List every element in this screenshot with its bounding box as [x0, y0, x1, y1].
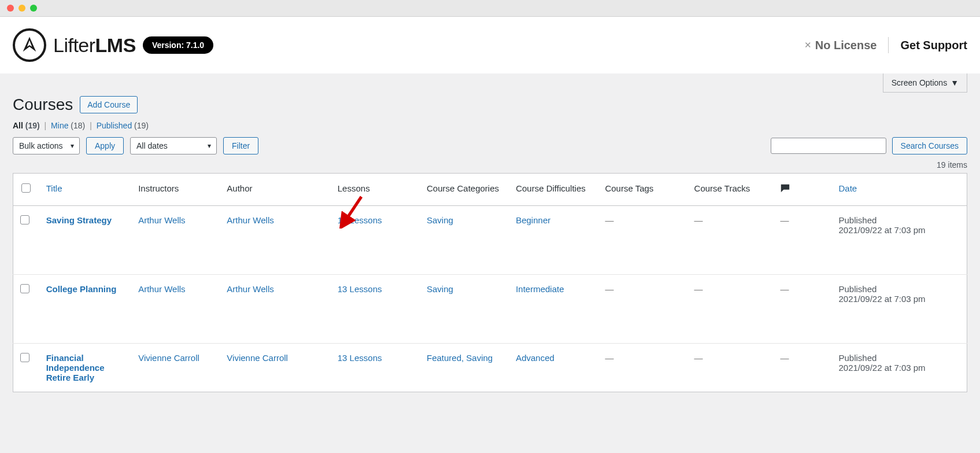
tablenav-top: Bulk actions Apply All dates Filter Sear… — [13, 137, 967, 154]
select-all-header — [13, 174, 39, 206]
date-status: Published — [838, 215, 960, 225]
bulk-actions-select[interactable]: Bulk actions — [13, 137, 80, 154]
lessons-link[interactable]: 13 Lessons — [338, 353, 382, 363]
row-title-cell: College Planning — [39, 275, 132, 344]
date-filter-select[interactable]: All dates — [130, 137, 217, 154]
column-title-header[interactable]: Title — [39, 174, 132, 206]
row-checkbox[interactable] — [20, 215, 29, 224]
filter-button[interactable]: Filter — [223, 137, 258, 154]
search-input[interactable] — [771, 138, 886, 154]
date-time: 2021/09/22 at 7:03 pm — [838, 363, 960, 373]
course-title-link[interactable]: Financial Independence Retire Early — [46, 353, 105, 382]
no-license-label: No License — [815, 39, 877, 52]
row-checkbox-cell — [13, 206, 39, 275]
logo-text: LifterLMS — [53, 34, 136, 57]
column-comments-header[interactable] — [773, 174, 831, 206]
course-title-link[interactable]: Saving Strategy — [46, 215, 112, 225]
filter-published-link[interactable]: Published (19) — [97, 121, 149, 130]
search-area: Search Courses — [771, 137, 967, 154]
column-date-header[interactable]: Date — [831, 174, 967, 206]
categories-link[interactable]: Saving — [427, 284, 453, 294]
items-count: 19 items — [13, 160, 967, 170]
chevron-down-icon: ▼ — [951, 78, 959, 87]
column-tracks-header: Course Tracks — [687, 174, 774, 206]
empty-value: — — [780, 284, 789, 294]
instructor-link[interactable]: Vivienne Carroll — [138, 353, 199, 363]
empty-value: — — [694, 215, 703, 225]
row-difficulties-cell: Intermediate — [509, 275, 598, 344]
row-author-cell: Arthur Wells — [220, 275, 330, 344]
instructor-link[interactable]: Arthur Wells — [138, 215, 185, 225]
courses-table: Title Instructors Author Lessons Course … — [13, 173, 967, 392]
topbar: LifterLMS Version: 7.1.0 ✕ No License Ge… — [0, 17, 980, 73]
close-icon: ✕ — [804, 40, 812, 50]
bulk-actions-area: Bulk actions Apply All dates Filter — [13, 137, 258, 154]
difficulty-link[interactable]: Intermediate — [516, 284, 564, 294]
empty-value: — — [605, 284, 613, 294]
empty-value: — — [694, 284, 703, 294]
select-all-checkbox[interactable] — [21, 183, 31, 193]
minimize-window-dot[interactable] — [19, 5, 25, 12]
row-checkbox[interactable] — [20, 353, 29, 362]
author-link[interactable]: Arthur Wells — [227, 215, 273, 225]
categories-link[interactable]: Saving — [427, 215, 453, 225]
author-link[interactable]: Vivienne Carroll — [227, 353, 288, 363]
lessons-link[interactable]: 13 Lessons — [338, 215, 382, 225]
page-title-row: Courses Add Course — [13, 79, 967, 114]
window-chrome — [0, 0, 980, 17]
date-time: 2021/09/22 at 7:03 pm — [838, 225, 960, 235]
author-link[interactable]: Arthur Wells — [227, 284, 273, 294]
difficulty-link[interactable]: Beginner — [516, 215, 550, 225]
screen-options-label: Screen Options — [892, 78, 948, 87]
table-row: Saving Strategy Arthur Wells Arthur Well… — [13, 206, 967, 275]
maximize-window-dot[interactable] — [30, 5, 37, 12]
row-lessons-cell: 13 Lessons — [331, 275, 420, 344]
row-tracks-cell: — — [687, 275, 774, 344]
filter-count: (19) — [134, 121, 149, 130]
version-badge: Version: 7.1.0 — [143, 36, 213, 54]
topbar-right: ✕ No License Get Support — [804, 37, 967, 53]
apply-button[interactable]: Apply — [86, 137, 124, 154]
lifterlms-logo-icon — [13, 28, 46, 62]
screen-options-toggle[interactable]: Screen Options ▼ — [883, 73, 967, 93]
row-title-cell: Saving Strategy — [39, 206, 132, 275]
close-window-dot[interactable] — [7, 5, 14, 12]
row-lessons-cell: 13 Lessons — [331, 344, 420, 392]
search-courses-button[interactable]: Search Courses — [892, 137, 967, 154]
column-lessons-header: Lessons — [331, 174, 420, 206]
row-date-cell: Published 2021/09/22 at 7:03 pm — [831, 344, 967, 392]
row-checkbox[interactable] — [20, 284, 29, 293]
column-author-header: Author — [220, 174, 330, 206]
get-support-link[interactable]: Get Support — [900, 39, 967, 52]
instructor-link[interactable]: Arthur Wells — [138, 284, 185, 294]
row-instructors-cell: Vivienne Carroll — [131, 344, 220, 392]
row-comments-cell: — — [773, 206, 831, 275]
date-time: 2021/09/22 at 7:03 pm — [838, 294, 960, 304]
row-title-cell: Financial Independence Retire Early — [39, 344, 132, 392]
row-categories-cell: Saving — [420, 275, 509, 344]
row-categories-cell: Featured, Saving — [420, 344, 509, 392]
filter-mine-link[interactable]: Mine (18) — [51, 121, 87, 130]
difficulty-link[interactable]: Advanced — [516, 353, 554, 363]
lessons-link[interactable]: 13 Lessons — [338, 284, 382, 294]
column-instructors-header: Instructors — [131, 174, 220, 206]
course-title-link[interactable]: College Planning — [46, 284, 117, 294]
add-course-button[interactable]: Add Course — [80, 96, 138, 113]
empty-value: — — [694, 353, 703, 363]
row-comments-cell: — — [773, 344, 831, 392]
column-difficulties-header: Course Difficulties — [509, 174, 598, 206]
filter-count: (19) — [25, 121, 40, 130]
no-license-link[interactable]: ✕ No License — [804, 39, 877, 52]
filter-all-link[interactable]: All (19) — [13, 121, 42, 130]
row-author-cell: Vivienne Carroll — [220, 344, 330, 392]
row-difficulties-cell: Advanced — [509, 344, 598, 392]
categories-link[interactable]: Featured, Saving — [427, 353, 493, 363]
date-status: Published — [838, 353, 960, 363]
row-tracks-cell: — — [687, 206, 774, 275]
filter-label: All — [13, 121, 23, 130]
filter-count: (18) — [71, 121, 85, 130]
row-instructors-cell: Arthur Wells — [131, 275, 220, 344]
row-tags-cell: — — [598, 206, 687, 275]
row-tags-cell: — — [598, 275, 687, 344]
row-checkbox-cell — [13, 344, 39, 392]
